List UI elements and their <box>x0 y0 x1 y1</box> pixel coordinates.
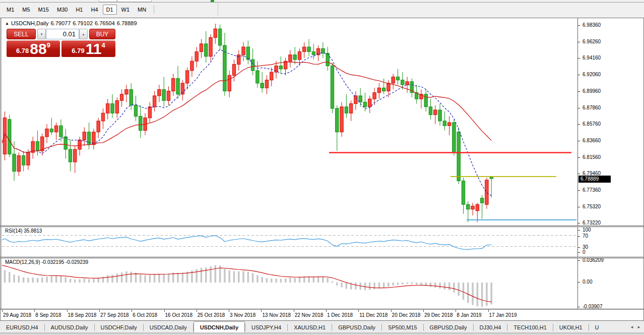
rsi-label: RSI(14) 35.8813 <box>5 228 42 234</box>
price-axis-tick <box>578 190 580 191</box>
date-axis-label: 18 Sep 2018 <box>68 312 97 318</box>
rsi-indicator-canvas <box>2 227 577 257</box>
window-bottom-strip <box>0 333 644 335</box>
date-axis-label: 20 Dec 2018 <box>392 312 421 318</box>
chevron-up-icon: ▲ <box>82 33 85 36</box>
timeframe-button-m30[interactable]: M30 <box>53 5 71 15</box>
tab-tech100-h1[interactable]: TECH100,H1 <box>507 322 552 333</box>
triangle-up-icon: ▲ <box>5 21 9 26</box>
date-axis-tick <box>2 310 3 312</box>
date-axis-label: 17 Jan 2019 <box>489 312 517 318</box>
price-axis-tick <box>578 157 580 158</box>
tab-usdcad-daily[interactable]: USDCAD,Daily <box>144 322 193 333</box>
sell-price-panel[interactable]: 6.78889 <box>7 40 60 57</box>
date-axis-tick <box>197 310 197 312</box>
price-axis-tick <box>578 141 580 141</box>
buy-price-pips: 11 <box>86 42 102 56</box>
date-axis-tick <box>99 310 100 312</box>
ohlc-close: 6.78889 <box>117 20 137 26</box>
tab-usdjpy-h4[interactable]: USDJPY,H4 <box>245 322 287 333</box>
date-axis-label: 8 Sep 2018 <box>35 312 61 318</box>
sell-price-base: 6.78 <box>16 47 29 54</box>
price-axis-tick <box>578 124 580 125</box>
pane-splitter[interactable] <box>1 257 643 258</box>
tab-scroll-left-button[interactable]: ◂ <box>629 324 635 330</box>
tab-u[interactable]: U <box>589 322 605 333</box>
tab-ukoil-h1[interactable]: UKOil,H1 <box>553 322 589 333</box>
timeframe-button-d1[interactable]: D1 <box>103 5 117 15</box>
date-axis-tick <box>326 310 327 312</box>
macd-axis-tick <box>578 307 580 307</box>
date-axis-label: 25 Oct 2018 <box>198 312 225 318</box>
date-axis-tick <box>261 310 262 312</box>
tab-eurusd-h4[interactable]: EURUSD,H4 <box>0 322 44 333</box>
timeframe-button-mn[interactable]: MN <box>134 5 150 15</box>
volume-decrease-button[interactable]: ▼ <box>37 29 46 39</box>
date-axis-label: 13 Nov 2018 <box>262 312 291 318</box>
price-axis-label: 6.85760 <box>583 121 601 127</box>
date-axis-label: 29 Dec 2018 <box>424 312 453 318</box>
rsi-axis-tick <box>578 236 580 237</box>
pane-splitter[interactable] <box>1 226 643 227</box>
tab-sp500-m15[interactable]: SP500,M15 <box>382 322 423 333</box>
timeframe-button-h4[interactable]: H4 <box>87 5 101 15</box>
chart-window: ▲USDCNH,Daily6.790776.791026.765046.7888… <box>0 18 644 321</box>
date-axis-label: 3 Nov 2018 <box>230 312 255 318</box>
price-axis-tick <box>578 174 580 174</box>
date-axis: 29 Aug 20188 Sep 201818 Sep 201827 Sep 2… <box>1 310 643 320</box>
date-axis-label: 22 Nov 2018 <box>295 312 324 318</box>
price-axis-label: 6.96260 <box>583 39 601 44</box>
tab-xauusd-h1[interactable]: XAUUSD,H1 <box>288 322 332 333</box>
date-axis-label: 16 Oct 2018 <box>165 312 192 318</box>
clipped-toolbar-strip <box>0 0 644 3</box>
volume-input[interactable] <box>46 29 79 39</box>
price-axis-tick <box>578 75 580 75</box>
window-left-border <box>1 18 2 320</box>
buy-price-panel[interactable]: 6.79114 <box>61 40 115 57</box>
timeframe-button-h1[interactable]: H1 <box>72 5 86 15</box>
toolbar-separator <box>154 5 154 14</box>
chart-title: ▲USDCNH,Daily6.790776.791026.765046.7888… <box>5 20 139 26</box>
sell-price-pips: 88 <box>30 42 46 56</box>
rsi-axis-tick <box>578 247 580 248</box>
sell-button[interactable]: SELL <box>7 29 36 39</box>
price-axis-label: 6.94160 <box>583 55 601 61</box>
rsi-axis-tick <box>578 230 580 231</box>
macd-axis-tick <box>578 282 580 283</box>
price-axis-tick <box>578 42 580 42</box>
tab-usdchf-daily[interactable]: USDCHF,Daily <box>95 322 143 333</box>
price-axis-label: 6.75320 <box>583 204 601 209</box>
date-axis-tick <box>456 310 456 312</box>
chart-tab-bar: EURUSD,H4AUDUSD,DailyUSDCHF,DailyUSDCAD,… <box>0 321 644 333</box>
date-axis-label: 8 Jan 2019 <box>457 312 482 318</box>
timeframe-button-m5[interactable]: M5 <box>19 5 33 15</box>
timeframe-button-w1[interactable]: W1 <box>118 5 134 15</box>
rsi-axis-label: 30 <box>583 244 588 250</box>
buy-price-base: 6.79 <box>72 47 84 54</box>
rsi-axis-label: 100 <box>583 227 591 233</box>
rsi-axis-label: 0 <box>583 249 586 255</box>
date-axis-tick <box>34 310 35 312</box>
tab-usdcnh-daily[interactable]: USDCNH,Daily <box>194 321 245 333</box>
one-click-trading-widget: SELL ▼ ▲ BUY 6.78889 6.79114 <box>6 28 116 57</box>
volume-increase-button[interactable]: ▲ <box>79 29 88 39</box>
tab-gbpusd-daily[interactable]: GBPUSD,Daily <box>424 322 473 333</box>
buy-button[interactable]: BUY <box>89 29 115 39</box>
timeframe-button-m15[interactable]: M15 <box>35 5 52 15</box>
date-axis-tick <box>164 310 165 312</box>
price-axis-label: 6.89960 <box>583 88 601 94</box>
date-axis-label: 11 Dec 2018 <box>359 312 388 318</box>
date-axis-tick <box>391 310 392 312</box>
macd-axis-label: 0.00 <box>583 279 592 285</box>
tab-scroll-right-button[interactable]: ▸ <box>636 324 642 330</box>
toolbar-fragment-green <box>211 0 214 2</box>
chart-symbol: USDCNH,Daily <box>11 20 49 26</box>
timeframe-toolbar: M1M5M15M30H1H4D1W1MN <box>0 3 218 17</box>
timeframe-button-m1[interactable]: M1 <box>3 5 18 15</box>
tab-gbpusd-daily[interactable]: GBPUSD,Daily <box>332 322 381 333</box>
tab-audusd-daily[interactable]: AUDUSD,Daily <box>45 322 94 333</box>
tab-dj30-h4[interactable]: DJ30,H4 <box>474 322 507 333</box>
price-axis-tick <box>578 207 580 207</box>
macd-label: MACD(12,26,9) -0.032195 -0.029239 <box>5 259 88 265</box>
price-axis-label: 6.77360 <box>583 187 601 193</box>
